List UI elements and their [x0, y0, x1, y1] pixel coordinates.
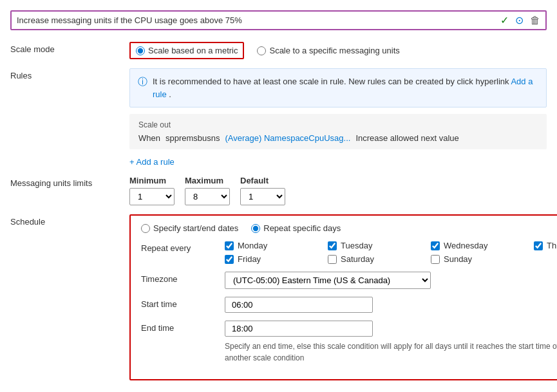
timezone-label: Timezone [141, 272, 225, 284]
scale-specific-option[interactable]: Scale to a specific messaging units [257, 46, 399, 55]
scale-mode-label: Scale mode [10, 42, 129, 54]
schedule-options-content: Specify start/end dates Repeat specific … [141, 223, 557, 233]
scale-metric-radio[interactable] [136, 46, 145, 55]
add-rule-link[interactable]: + Add a rule [129, 157, 175, 167]
start-time-content [225, 297, 557, 313]
maximum-label: Maximum [185, 176, 230, 185]
schedule-box: Specify start/end dates Repeat specific … [129, 214, 557, 380]
days-checkbox-grid: Monday Tuesday Wednesday [225, 241, 557, 264]
when-label: When [138, 133, 160, 143]
schedule-section: Schedule Specify start/end dates [10, 214, 547, 380]
specify-dates-label: Specify start/end dates [153, 223, 238, 233]
limits-row: Minimum 1 248 Maximum 124 8 Default 1 24… [129, 176, 547, 205]
title-bar: ✓ ⊙ 🗑 [10, 10, 547, 30]
info-icon: ⓘ [138, 76, 147, 88]
scale-out-box: Scale out When sppremsbusns (Average) Na… [129, 114, 547, 149]
day-saturday[interactable]: Saturday [328, 254, 431, 264]
checkbox-wednesday[interactable] [431, 241, 440, 250]
checkbox-friday[interactable] [225, 255, 234, 264]
schedule-radio-group: Specify start/end dates Repeat specific … [141, 223, 557, 233]
end-time-input[interactable] [225, 321, 373, 337]
checkbox-monday[interactable] [225, 241, 234, 250]
checkbox-saturday[interactable] [328, 255, 337, 264]
specify-dates-radio[interactable] [141, 224, 150, 233]
title-input[interactable] [17, 15, 495, 25]
minimum-group: Minimum 1 248 [129, 176, 175, 205]
start-time-label: Start time [141, 297, 225, 309]
default-label: Default [240, 176, 285, 185]
minimum-label: Minimum [129, 176, 175, 185]
scale-mode-content: Scale based on a metric Scale to a speci… [129, 42, 547, 59]
scale-out-title: Scale out [138, 120, 538, 129]
end-time-content: Specify an end time, else this scale con… [225, 321, 557, 364]
end-time-note: Specify an end time, else this scale con… [225, 341, 557, 364]
specify-dates-option[interactable]: Specify start/end dates [141, 223, 238, 233]
scale-specific-label: Scale to a specific messaging units [269, 46, 399, 55]
rules-content: ⓘ It is recommended to have at least one… [129, 68, 547, 167]
trash-icon[interactable]: 🗑 [530, 15, 540, 26]
end-time-label: End time [141, 321, 225, 333]
schedule-content: Specify start/end dates Repeat specific … [129, 214, 557, 380]
checkbox-thursday[interactable] [534, 241, 543, 250]
day-sunday[interactable]: Sunday [431, 254, 534, 264]
start-time-row: Start time [141, 297, 557, 313]
scale-specific-radio[interactable] [257, 46, 266, 55]
timezone-row: Timezone (UTC-05:00) Eastern Time (US & … [141, 272, 557, 289]
maximum-group: Maximum 124 8 [185, 176, 230, 205]
rules-info-box: ⓘ It is recommended to have at least one… [129, 68, 547, 107]
repeat-every-row: Repeat every Monday Tuesday [141, 241, 557, 264]
rules-info-text: It is recommended to have at least one s… [153, 75, 538, 100]
messaging-limits-label: Messaging units limits [10, 176, 129, 188]
scale-metric-label: Scale based on a metric [148, 46, 238, 55]
undo-icon[interactable]: ⊙ [515, 14, 524, 26]
minimum-select[interactable]: 1 248 [129, 188, 175, 205]
scale-mode-radio-group: Scale based on a metric Scale to a speci… [129, 42, 547, 59]
schedule-inner: Specify start/end dates Repeat specific … [131, 216, 557, 379]
metric-detail: (Average) NamespaceCpuUsag... [225, 133, 351, 143]
scale-metric-option[interactable]: Scale based on a metric [129, 42, 244, 59]
schedule-options-row: Specify start/end dates Repeat specific … [141, 223, 557, 233]
end-time-row: End time Specify an end time, else this … [141, 321, 557, 364]
default-group: Default 1 248 [240, 176, 285, 205]
checkbox-tuesday[interactable] [328, 241, 337, 250]
rules-label: Rules [10, 68, 129, 80]
repeat-days-radio[interactable] [251, 224, 260, 233]
day-tuesday[interactable]: Tuesday [328, 241, 431, 250]
timezone-select[interactable]: (UTC-05:00) Eastern Time (US & Canada) (… [225, 272, 431, 289]
check-icon[interactable]: ✓ [500, 14, 509, 26]
rules-section: Rules ⓘ It is recommended to have at lea… [10, 68, 547, 167]
scale-mode-section: Scale mode Scale based on a metric Scale… [10, 42, 547, 59]
start-time-input[interactable] [225, 297, 373, 313]
default-select[interactable]: 1 248 [240, 188, 285, 205]
metric-result: Increase allowed next value [355, 133, 458, 143]
repeat-every-label: Repeat every [141, 241, 225, 253]
repeat-days-option[interactable]: Repeat specific days [251, 223, 341, 233]
schedule-main-label: Schedule [10, 214, 129, 227]
maximum-select[interactable]: 124 8 [185, 188, 230, 205]
checkbox-sunday[interactable] [431, 255, 440, 264]
scale-out-row: When sppremsbusns (Average) NamespaceCpu… [138, 133, 538, 143]
day-friday[interactable]: Friday [225, 254, 328, 264]
day-monday[interactable]: Monday [225, 241, 328, 250]
repeat-every-content: Monday Tuesday Wednesday [225, 241, 557, 264]
day-thursday[interactable]: Thursday [534, 241, 557, 250]
messaging-limits-section: Messaging units limits Minimum 1 248 Max… [10, 176, 547, 205]
repeat-days-label: Repeat specific days [263, 223, 341, 233]
timezone-content: (UTC-05:00) Eastern Time (US & Canada) (… [225, 272, 557, 289]
messaging-limits-content: Minimum 1 248 Maximum 124 8 Default 1 24… [129, 176, 547, 205]
title-bar-icons: ✓ ⊙ 🗑 [500, 14, 540, 26]
day-wednesday[interactable]: Wednesday [431, 241, 534, 250]
metric-name: sppremsbusns [165, 133, 220, 143]
